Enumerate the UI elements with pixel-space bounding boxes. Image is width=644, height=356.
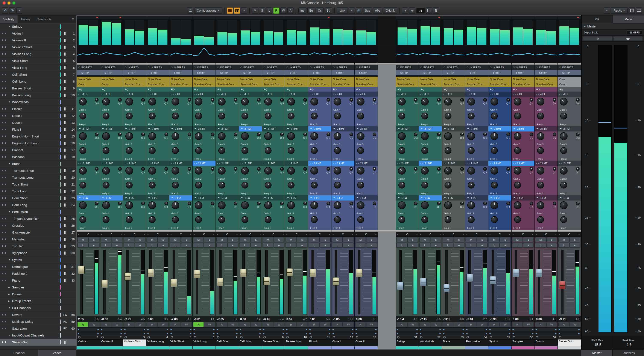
fader-track[interactable] [148, 250, 154, 314]
output-routing-row[interactable]: ◀▶ [558, 331, 581, 335]
visibility-dot[interactable] [5, 67, 6, 68]
gate-slot[interactable]: Noise Gate [442, 77, 465, 82]
visibility-dot[interactable] [5, 129, 6, 130]
eq-gain-knob[interactable] [218, 167, 226, 175]
eq-q-knob[interactable] [350, 98, 353, 102]
strip-header[interactable]: STRIP [465, 70, 488, 75]
eq-band-header[interactable]: 3 HMF [488, 126, 511, 131]
sidebar-channel-row[interactable]: ▼ Woodwinds [0, 99, 76, 105]
eq-band-header[interactable]: 1 LO [419, 195, 442, 201]
eq-freq-knob[interactable] [265, 182, 272, 189]
gate-slot[interactable]: Noise Gate [355, 77, 378, 82]
eq-q-knob[interactable] [234, 202, 238, 205]
eq-band-header[interactable]: 1 LO [355, 195, 378, 201]
eq-q-knob[interactable] [257, 167, 260, 171]
rack-divider[interactable] [262, 63, 285, 65]
eq-band-header[interactable]: 3 HMF [419, 126, 442, 131]
eq-freq-knob[interactable] [195, 147, 202, 154]
sidebar-channel-row[interactable]: Bassoon 18 [0, 154, 76, 160]
visibility-dot[interactable] [2, 87, 3, 89]
undo-button[interactable]: ↶ [2, 7, 8, 14]
fader-db-value[interactable]: -5.90 [490, 317, 496, 321]
gate-slot[interactable]: Noise Gate [419, 77, 442, 82]
sidebar-channel-row[interactable]: Oboe I 12 [0, 112, 76, 119]
eq-gain-knob[interactable] [310, 201, 318, 209]
channel-color-strip[interactable] [216, 346, 239, 349]
visibility-dot[interactable] [5, 266, 6, 267]
fader-divider[interactable] [262, 230, 285, 232]
eq-q-knob[interactable] [553, 98, 556, 102]
eq-curve-display[interactable] [262, 46, 285, 63]
gate-slot[interactable]: Noise Gate [465, 77, 488, 82]
fader-db-value[interactable]: 0.00 [513, 317, 519, 321]
compressor-slot[interactable]: Standard Com… [239, 82, 262, 87]
fader-divider[interactable] [396, 230, 419, 232]
eq-band-header[interactable]: 1 LO [442, 195, 465, 201]
eq-band-header[interactable]: 3 HMF [239, 126, 262, 131]
sidebar-channel-row[interactable]: MultiTap Delay FX 59 [0, 318, 76, 325]
fader-db-value[interactable]: -8.53 [101, 317, 108, 321]
output-routing-row[interactable]: ◀▶ [512, 331, 534, 335]
listen-button[interactable]: L [170, 243, 180, 248]
expand-arrow-icon[interactable]: ▼ [8, 101, 12, 103]
eq-gain-knob[interactable] [79, 201, 87, 209]
gate-slot[interactable]: Noise Gate [512, 77, 534, 82]
compressor-slot[interactable]: Comp [100, 82, 123, 87]
eq-freq-knob[interactable] [149, 147, 156, 154]
history-dropdown[interactable]: ▼ [16, 7, 22, 14]
eq-band-header[interactable]: 2 LMF [308, 161, 331, 166]
eq-q-knob[interactable] [373, 167, 376, 171]
peak-db-value[interactable]: -8.3 [459, 318, 464, 321]
rack-divider[interactable] [396, 63, 419, 65]
read-all-automation-button[interactable]: R [273, 7, 279, 14]
eq-band-header[interactable]: 3 HMF [100, 126, 123, 131]
rack-divider[interactable] [239, 63, 262, 65]
read-automation-button[interactable]: R [193, 322, 204, 327]
eq-band-header[interactable]: 2 LMF [442, 161, 465, 166]
fader-db-value[interactable]: 0.00 [310, 317, 315, 321]
sidebar-channel-row[interactable]: Retrologue 31 [0, 263, 76, 270]
read-automation-button[interactable]: R [124, 322, 134, 327]
output-routing-row[interactable]: ◀▶ [216, 331, 239, 335]
eq-q-knob[interactable] [530, 202, 533, 205]
solo-button[interactable]: S [204, 237, 215, 242]
fader-db-value[interactable]: 0.00 [536, 317, 542, 321]
eq-q-knob[interactable] [437, 202, 441, 205]
eq-band-header[interactable]: 1 LO [262, 195, 285, 201]
fader-db-value[interactable]: 0.00 [148, 317, 153, 321]
input-routing-row[interactable]: ◀▶ [534, 327, 558, 331]
eq-gain-knob[interactable] [287, 167, 295, 175]
solo-button[interactable]: S [408, 237, 418, 242]
mute-button[interactable]: M [286, 237, 296, 242]
eq-gain-knob[interactable] [421, 98, 429, 105]
input-routing-row[interactable]: ◀▶ [100, 327, 123, 331]
eq-band-header[interactable]: 2 LMF [146, 161, 169, 166]
solo-button[interactable]: S [297, 237, 308, 242]
fader-track[interactable] [443, 250, 450, 314]
monitor-led[interactable] [148, 336, 150, 339]
eq-band-header[interactable]: 4 HI [512, 92, 534, 97]
temporary-link-button[interactable]: ◎ [356, 7, 362, 14]
fader-track[interactable] [194, 250, 200, 314]
listen-button[interactable]: L [558, 243, 569, 248]
tab-loudness[interactable]: Loudness [613, 350, 644, 356]
write-automation-button[interactable]: W [430, 322, 441, 327]
visibility-dot[interactable] [2, 136, 3, 137]
solo-button[interactable]: S [523, 237, 534, 242]
visibility-dot[interactable] [5, 136, 6, 137]
peak-db-value[interactable]: -4.2 [302, 318, 307, 321]
peak-db-value[interactable]: -3.7 [186, 318, 191, 321]
sidebar-channel-row[interactable]: ▶ Drums [0, 291, 76, 298]
write-automation-button[interactable]: W [88, 322, 99, 327]
eq-band-header[interactable]: 3 HMF [77, 126, 100, 131]
eq-q-knob[interactable] [483, 133, 487, 136]
eq-gain-knob[interactable] [264, 201, 272, 209]
eq-band-header[interactable]: 1 LO [239, 195, 262, 201]
eq-band-header[interactable]: 2 LMF [396, 161, 419, 166]
rack-divider[interactable] [216, 63, 239, 65]
eq-band-header[interactable]: 2 LMF [534, 161, 558, 166]
edit-channel-button[interactable]: e [570, 243, 580, 248]
edit-channel-button[interactable]: e [523, 243, 534, 248]
write-automation-button[interactable]: W [181, 322, 192, 327]
solo-button[interactable]: S [500, 237, 510, 242]
